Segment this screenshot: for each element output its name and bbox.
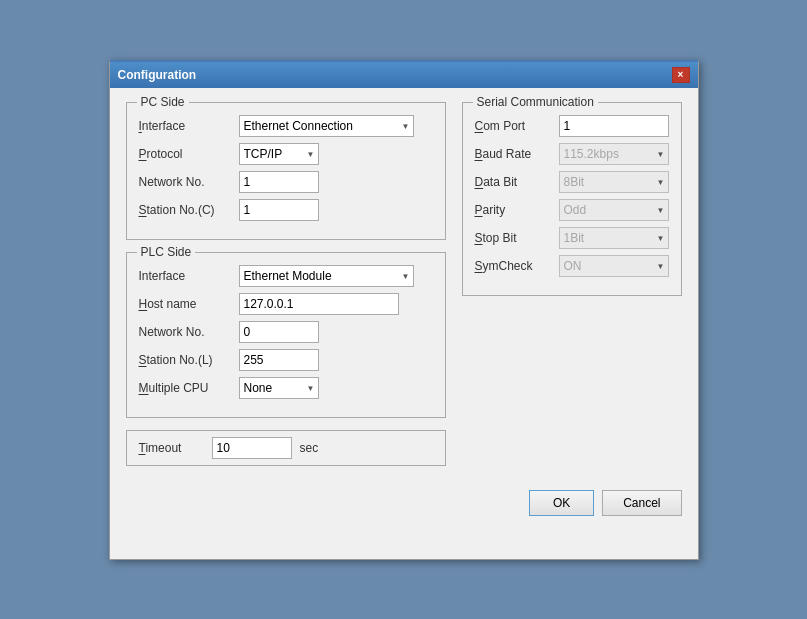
multiple-cpu-label: Multiple CPU — [139, 381, 239, 395]
pc-side-title: PC Side — [137, 95, 189, 109]
plc-network-no-row: Network No. — [139, 321, 433, 343]
station-no-l-input[interactable] — [239, 349, 319, 371]
parity-label: Parity — [475, 203, 559, 217]
multiple-cpu-select[interactable]: None CPU1 CPU2 CPU3 CPU4 — [239, 377, 319, 399]
interface-row: Interface Ethernet Connection Serial USB — [139, 115, 433, 137]
stop-bit-row: Stop Bit 1Bit — [475, 227, 669, 249]
left-panel: PC Side Interface Ethernet Connection Se… — [126, 102, 446, 466]
plc-side-title: PLC Side — [137, 245, 196, 259]
plc-interface-row: Interface Ethernet Module CPU Module — [139, 265, 433, 287]
plc-interface-select[interactable]: Ethernet Module CPU Module — [239, 265, 414, 287]
baud-rate-select-wrapper: 115.2kbps — [559, 143, 669, 165]
timeout-unit: sec — [300, 441, 319, 455]
ok-button[interactable]: OK — [529, 490, 594, 516]
close-button[interactable]: × — [672, 67, 690, 83]
plc-network-no-input[interactable] — [239, 321, 319, 343]
protocol-select[interactable]: TCP/IP UDP/IP — [239, 143, 319, 165]
protocol-row: Protocol TCP/IP UDP/IP — [139, 143, 433, 165]
multiple-cpu-select-wrapper[interactable]: None CPU1 CPU2 CPU3 CPU4 — [239, 377, 319, 399]
stop-bit-select-wrapper: 1Bit — [559, 227, 669, 249]
baud-rate-select: 115.2kbps — [559, 143, 669, 165]
baud-rate-row: Baud Rate 115.2kbps — [475, 143, 669, 165]
pc-side-group: PC Side Interface Ethernet Connection Se… — [126, 102, 446, 240]
data-bit-select: 8Bit — [559, 171, 669, 193]
plc-interface-label: Interface — [139, 269, 239, 283]
com-port-label: Com Port — [475, 119, 559, 133]
parity-row: Parity Odd — [475, 199, 669, 221]
sym-check-select: ON — [559, 255, 669, 277]
com-port-input[interactable] — [559, 115, 669, 137]
cancel-button[interactable]: Cancel — [602, 490, 681, 516]
configuration-dialog: Configuration × PC Side Interface Ethern… — [109, 60, 699, 560]
station-no-c-input[interactable] — [239, 199, 319, 221]
dialog-title: Configuration — [118, 68, 197, 82]
host-name-input[interactable] — [239, 293, 399, 315]
parity-select-wrapper: Odd — [559, 199, 669, 221]
title-bar: Configuration × — [110, 62, 698, 88]
protocol-select-wrapper[interactable]: TCP/IP UDP/IP — [239, 143, 319, 165]
multiple-cpu-row: Multiple CPU None CPU1 CPU2 CPU3 CPU4 — [139, 377, 433, 399]
data-bit-row: Data Bit 8Bit — [475, 171, 669, 193]
station-no-c-row: Station No.(C) — [139, 199, 433, 221]
parity-select: Odd — [559, 199, 669, 221]
stop-bit-select: 1Bit — [559, 227, 669, 249]
baud-rate-label: Baud Rate — [475, 147, 559, 161]
network-no-input[interactable] — [239, 171, 319, 193]
protocol-label: Protocol — [139, 147, 239, 161]
right-panel: Serial Communication Com Port Baud Rate … — [462, 102, 682, 466]
dialog-body: PC Side Interface Ethernet Connection Se… — [110, 88, 698, 480]
station-no-l-label: Station No.(L) — [139, 353, 239, 367]
interface-select-wrapper[interactable]: Ethernet Connection Serial USB — [239, 115, 414, 137]
sym-check-select-wrapper: ON — [559, 255, 669, 277]
stop-bit-label: Stop Bit — [475, 231, 559, 245]
timeout-label: Timeout — [139, 441, 204, 455]
com-port-row: Com Port — [475, 115, 669, 137]
timeout-input[interactable] — [212, 437, 292, 459]
timeout-row: Timeout sec — [126, 430, 446, 466]
host-name-row: Host name — [139, 293, 433, 315]
station-no-l-row: Station No.(L) — [139, 349, 433, 371]
interface-select[interactable]: Ethernet Connection Serial USB — [239, 115, 414, 137]
data-bit-select-wrapper: 8Bit — [559, 171, 669, 193]
host-name-label: Host name — [139, 297, 239, 311]
dialog-footer: OK Cancel — [110, 480, 698, 526]
sym-check-label: SymCheck — [475, 259, 559, 273]
plc-network-no-label: Network No. — [139, 325, 239, 339]
serial-communication-title: Serial Communication — [473, 95, 598, 109]
sym-check-row: SymCheck ON — [475, 255, 669, 277]
serial-communication-group: Serial Communication Com Port Baud Rate … — [462, 102, 682, 296]
network-no-label: Network No. — [139, 175, 239, 189]
station-no-c-label: Station No.(C) — [139, 203, 239, 217]
network-no-row: Network No. — [139, 171, 433, 193]
interface-label: Interface — [139, 119, 239, 133]
plc-side-group: PLC Side Interface Ethernet Module CPU M… — [126, 252, 446, 418]
plc-interface-select-wrapper[interactable]: Ethernet Module CPU Module — [239, 265, 414, 287]
data-bit-label: Data Bit — [475, 175, 559, 189]
